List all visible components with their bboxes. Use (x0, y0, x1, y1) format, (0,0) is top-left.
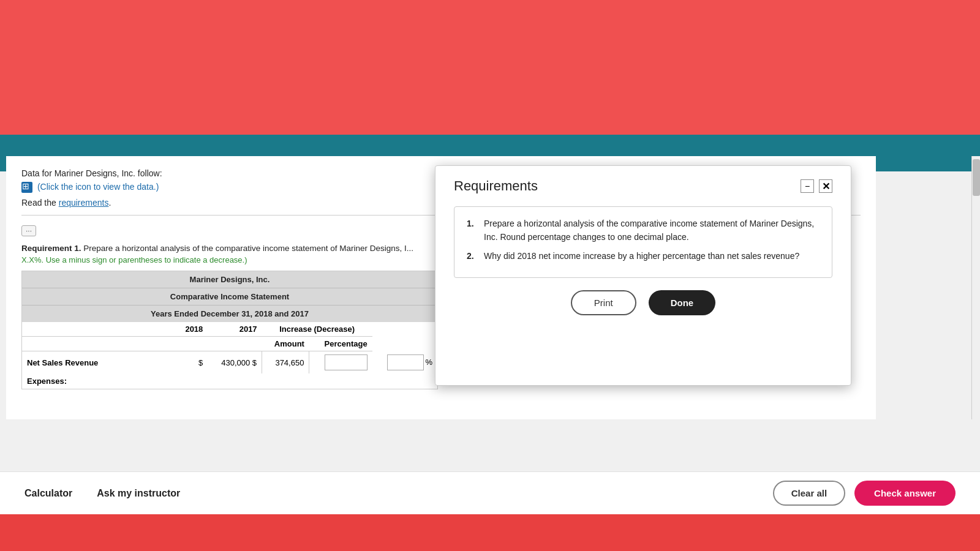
col-header-label (22, 322, 175, 337)
minimize-button[interactable]: − (801, 179, 814, 193)
expenses-2018 (175, 373, 208, 389)
pct-symbol: % (425, 358, 432, 367)
data-table-icon[interactable] (21, 182, 32, 193)
col-header-2017: 2017 (208, 322, 262, 337)
col-subheader-pct: Percentage (309, 337, 372, 351)
print-button[interactable]: Print (571, 290, 636, 315)
requirements-box: 1. Prepare a horizontal analysis of the … (454, 206, 832, 278)
dialog-title-bar: Requirements − ✕ (454, 178, 832, 194)
req-text-1: Prepare a horizontal analysis of the com… (484, 217, 820, 244)
expand-button[interactable]: ··· (21, 225, 36, 236)
req-num-1: 1. (467, 217, 478, 244)
read-req-suffix: . (108, 198, 111, 208)
table-company-name: Mariner Designs, Inc. (22, 271, 437, 288)
check-answer-button[interactable]: Check answer (854, 481, 956, 506)
req-text-2: Why did 2018 net income increase by a hi… (484, 249, 799, 263)
dialog-controls: − ✕ (801, 179, 832, 193)
ask-instructor-link[interactable]: Ask my instructor (97, 488, 180, 499)
net-sales-2018-symbol: $ (175, 351, 208, 374)
income-statement-table-wrapper: Mariner Designs, Inc. Comparative Income… (21, 271, 438, 389)
scrollbar-thumb[interactable] (973, 159, 980, 196)
requirements-link[interactable]: requirements (59, 198, 109, 208)
bottom-bar: Calculator Ask my instructor Clear all C… (0, 471, 980, 514)
col-header-2018: 2018 (175, 322, 208, 337)
read-req-prefix: Read the (21, 198, 59, 208)
req1-text: Prepare a horizontal analysis of the com… (83, 244, 413, 253)
net-sales-2017-val: 374,650 (262, 351, 309, 374)
net-sales-pct-input[interactable] (387, 354, 424, 370)
col-subheader-2018 (175, 337, 208, 351)
col-subheader-amount: Amount (262, 337, 309, 351)
close-dialog-button[interactable]: ✕ (819, 179, 832, 193)
dialog-title: Requirements (454, 178, 538, 194)
expenses-label: Expenses: (22, 373, 175, 389)
table-row-expenses: Expenses: (22, 373, 437, 389)
net-sales-amount-cell (309, 351, 372, 374)
calculator-link[interactable]: Calculator (24, 488, 72, 499)
clear-all-button[interactable]: Clear all (773, 481, 845, 506)
table-years-label: Years Ended December 31, 2018 and 2017 (22, 305, 437, 322)
net-sales-amount-input[interactable] (325, 354, 368, 370)
bottom-right-actions: Clear all Check answer (773, 481, 956, 506)
col-subheader-label (22, 337, 175, 351)
table-statement-name: Comparative Income Statement (22, 288, 437, 305)
req-item-1: 1. Prepare a horizontal analysis of the … (467, 217, 820, 244)
intro-text-label: Data for Mariner Designs, Inc. follow: (21, 168, 162, 178)
dialog-footer: Print Done (454, 290, 832, 315)
expenses-pct (309, 373, 372, 389)
income-table: 2018 2017 Increase (Decrease) Amount Per… (22, 322, 437, 389)
req-num-2: 2. (467, 249, 478, 263)
table-row-net-sales: Net Sales Revenue $ 430,000 $ 374,650 % (22, 351, 437, 374)
done-button[interactable]: Done (649, 290, 716, 315)
req-item-2: 2. Why did 2018 net income increase by a… (467, 249, 820, 263)
net-sales-label: Net Sales Revenue (22, 351, 175, 374)
net-sales-pct-cell: % (372, 351, 437, 373)
requirements-dialog: Requirements − ✕ 1. Prepare a horizontal… (435, 165, 851, 386)
bottom-left-actions: Calculator Ask my instructor (24, 488, 180, 499)
col-subheader-2017 (208, 337, 262, 351)
expenses-2017 (208, 373, 262, 389)
scrollbar-track[interactable] (971, 156, 980, 419)
expenses-amount (262, 373, 309, 389)
col-header-increase-decrease: Increase (Decrease) (262, 322, 372, 337)
view-data-link[interactable]: (Click the icon to view the data.) (37, 182, 159, 192)
req1-bold: Requirement 1. (21, 244, 81, 253)
req1-hint-text: X.X%. Use a minus sign or parentheses to… (21, 255, 247, 264)
net-sales-2018-val: 430,000 $ (208, 351, 262, 374)
